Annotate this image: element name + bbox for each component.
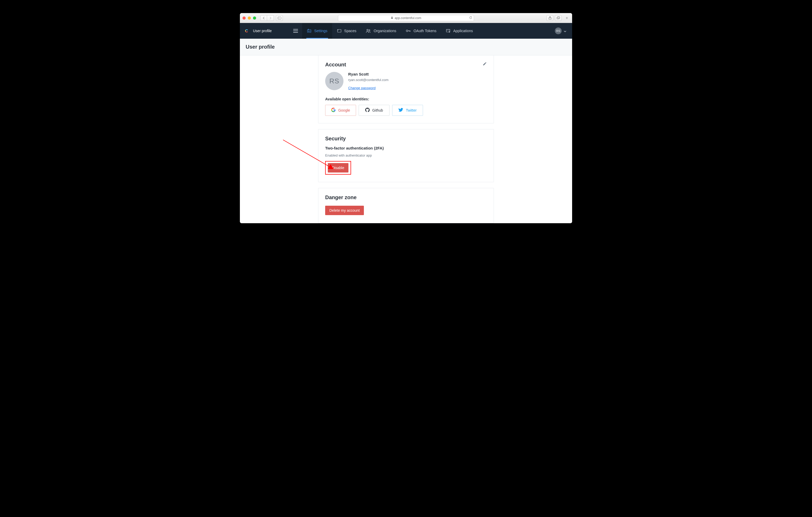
user-name: Ryan Scott (348, 72, 388, 76)
nav-tab-settings[interactable]: Settings (302, 23, 332, 39)
svg-point-11 (369, 30, 370, 31)
identity-twitter-button[interactable]: Twitter (392, 105, 423, 116)
organizations-icon (366, 29, 371, 33)
user-avatar-large: RS (325, 72, 344, 90)
google-icon (331, 108, 336, 113)
chevron-down-icon (564, 29, 567, 33)
nav-back-forward (260, 15, 274, 21)
nav-tab-label: Applications (453, 29, 473, 33)
browser-toolbar: app.contentful.com + (240, 13, 572, 23)
user-email: ryan.scott@contentful.com (348, 78, 388, 82)
security-status: Enabled with authenticator app (325, 153, 487, 157)
browser-back-button[interactable] (260, 15, 267, 21)
window-controls (242, 17, 256, 20)
svg-rect-2 (391, 17, 393, 19)
security-card: Security Two-factor authentication (2FA)… (318, 129, 494, 182)
browser-address-bar[interactable]: app.contentful.com (338, 15, 474, 21)
edit-icon[interactable] (483, 62, 487, 67)
window-close-button[interactable] (242, 17, 245, 20)
danger-zone-card: Danger zone Delete my account (318, 188, 494, 223)
svg-point-8 (308, 31, 309, 32)
browser-url-host: app.contentful.com (395, 16, 421, 20)
reload-icon[interactable] (469, 16, 472, 20)
window-minimize-button[interactable] (248, 17, 251, 20)
browser-share-button[interactable] (547, 15, 553, 21)
browser-tabs-button[interactable] (555, 15, 562, 21)
security-heading: Security (325, 136, 487, 142)
twitter-icon (399, 108, 403, 113)
github-icon (365, 108, 370, 113)
browser-right-controls: + (547, 13, 570, 23)
identity-github-button[interactable]: Github (359, 105, 389, 116)
account-card: Account RS Ryan Scott ryan.scott@content… (318, 55, 494, 123)
applications-icon (446, 29, 451, 33)
security-subheading: Two-factor authentication (2FA) (325, 146, 487, 150)
user-info: Ryan Scott ryan.scott@contentful.com Cha… (348, 72, 388, 90)
nav-user-menu[interactable]: RS (555, 27, 572, 34)
svg-point-10 (367, 29, 368, 31)
hamburger-menu-icon[interactable] (293, 29, 298, 33)
identity-label: Github (372, 108, 383, 112)
nav-tabs: Settings Spaces Organizations OAuth Toke… (302, 23, 478, 39)
app-top-nav: User profile Settings Spaces Organiza (240, 23, 572, 39)
identity-label: Google (338, 108, 350, 112)
svg-rect-7 (308, 29, 309, 30)
disable-2fa-button[interactable]: Disable (328, 163, 348, 173)
user-avatar-chip: RS (555, 27, 562, 34)
nav-tab-applications[interactable]: Applications (441, 23, 478, 39)
identity-row: Google Github Twitter (325, 105, 487, 116)
browser-sidebar-button[interactable] (276, 15, 283, 21)
nav-brand-area: User profile (240, 23, 302, 39)
lock-icon (391, 16, 393, 20)
window-zoom-button[interactable] (253, 17, 256, 20)
browser-window: app.contentful.com + Us (240, 13, 572, 223)
nav-tab-spaces[interactable]: Spaces (332, 23, 361, 39)
browser-new-tab-button[interactable]: + (564, 13, 570, 23)
nav-tab-organizations[interactable]: Organizations (361, 23, 401, 39)
danger-zone-heading: Danger zone (325, 194, 487, 201)
page-header: User profile (240, 39, 572, 55)
account-heading: Account (325, 62, 346, 68)
page-content: Account RS Ryan Scott ryan.scott@content… (240, 55, 572, 223)
nav-tab-label: Spaces (344, 29, 356, 33)
identity-label: Twitter (406, 108, 416, 112)
nav-tab-label: Organizations (374, 29, 396, 33)
contentful-logo-icon (244, 28, 249, 33)
page-title: User profile (245, 44, 567, 50)
svg-rect-6 (308, 30, 311, 33)
oauth-icon (406, 29, 411, 33)
svg-rect-4 (557, 17, 559, 19)
nav-brand-title: User profile (253, 29, 272, 33)
identities-label: Available open identities: (325, 97, 487, 101)
nav-tab-label: OAuth Tokens (413, 29, 437, 33)
svg-point-12 (406, 30, 408, 32)
identity-google-button[interactable]: Google (325, 105, 356, 116)
browser-forward-button[interactable] (267, 15, 274, 21)
nav-tab-oauth-tokens[interactable]: OAuth Tokens (401, 23, 441, 39)
annotation-highlight-box: Disable (325, 161, 351, 175)
nav-tab-label: Settings (314, 29, 327, 33)
delete-account-button[interactable]: Delete my account (325, 206, 364, 215)
settings-icon (307, 29, 312, 33)
svg-rect-5 (557, 17, 560, 19)
svg-rect-13 (446, 29, 450, 32)
svg-rect-0 (278, 17, 281, 19)
spaces-icon (337, 29, 342, 33)
change-password-link[interactable]: Change password (348, 86, 376, 90)
